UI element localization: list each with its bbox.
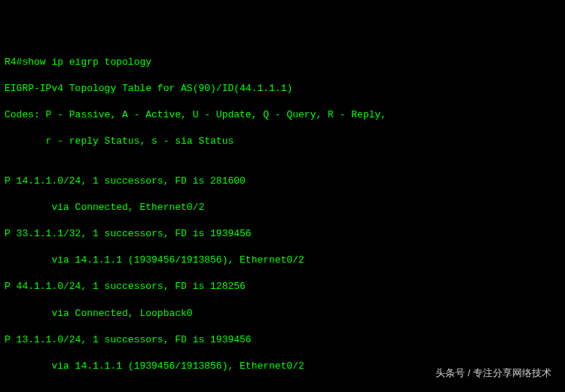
topology-entry: P 33.1.1.1/32, 1 successors, FD is 19394… [5, 227, 560, 241]
output-header: EIGRP-IPv4 Topology Table for AS(90)/ID(… [5, 82, 560, 96]
codes-legend: Codes: P - Passive, A - Active, U - Upda… [5, 108, 560, 122]
cmd-line: R4#show ip eigrp topology [5, 56, 560, 69]
topology-via: via Connected, Loopback0 [5, 307, 560, 321]
codes-legend: r - reply Status, s - sia Status [5, 135, 560, 148]
watermark-text: 头条号 / 专注分享网络技术 [435, 366, 551, 380]
topology-via: via 14.1.1.1 (1939456/1913856), Ethernet… [5, 254, 560, 267]
topology-entry: P 14.1.1.0/24, 1 successors, FD is 28160… [5, 175, 560, 188]
topology-entry: P 13.1.1.0/24, 1 successors, FD is 19394… [5, 333, 560, 347]
topology-via: via Connected, Ethernet0/2 [5, 201, 560, 214]
topology-entry: P 44.1.1.0/24, 1 successors, FD is 12825… [5, 280, 560, 293]
